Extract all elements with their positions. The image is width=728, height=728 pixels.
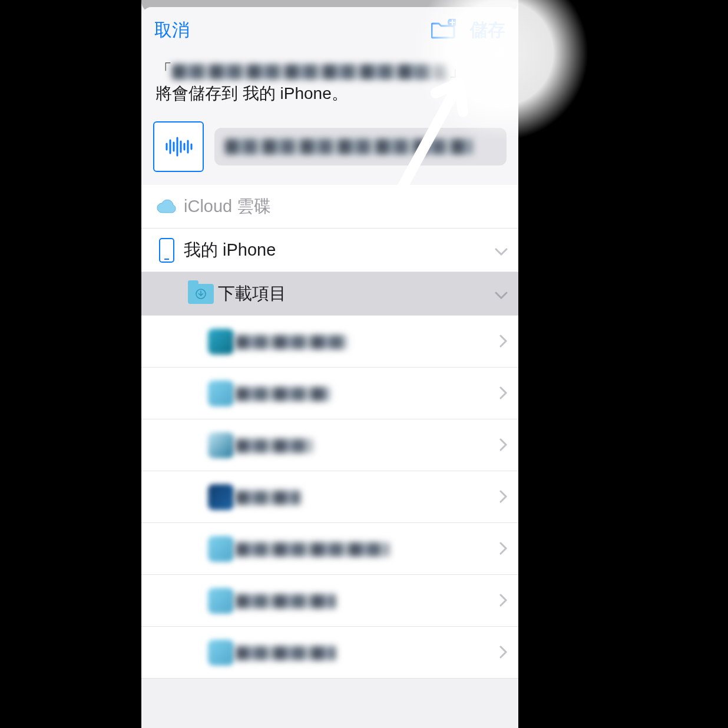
list-item-label bbox=[236, 643, 499, 661]
location-label: 我的 iPhone bbox=[184, 239, 495, 262]
chevron-right-icon bbox=[499, 383, 508, 403]
folder-icon bbox=[188, 284, 214, 304]
chevron-right-icon bbox=[499, 539, 508, 559]
location-on-my-iphone[interactable]: 我的 iPhone bbox=[141, 229, 518, 272]
cloud-icon bbox=[155, 198, 178, 215]
filename-input[interactable] bbox=[214, 128, 507, 166]
save-button[interactable]: 儲存 bbox=[470, 18, 505, 42]
app-icon bbox=[208, 536, 234, 562]
chevron-down-icon bbox=[495, 240, 508, 260]
new-folder-icon[interactable] bbox=[431, 19, 456, 41]
download-glyph bbox=[196, 289, 206, 299]
waveform-icon bbox=[164, 137, 193, 157]
file-thumbnail bbox=[153, 121, 204, 172]
list-item-label bbox=[236, 332, 499, 350]
cancel-button[interactable]: 取消 bbox=[154, 18, 190, 42]
list-item[interactable] bbox=[141, 523, 518, 575]
app-icon bbox=[208, 380, 234, 406]
list-item-label bbox=[236, 436, 499, 454]
list-item-label bbox=[236, 488, 499, 506]
device-frame: 取消 儲存 「」 將會儲存到 我的 iPhone。 bbox=[141, 0, 518, 728]
list-item[interactable] bbox=[141, 575, 518, 627]
chevron-right-icon bbox=[499, 332, 508, 352]
chevron-right-icon bbox=[499, 487, 508, 507]
redacted-filename-field bbox=[225, 139, 472, 154]
location-icloud[interactable]: iCloud 雲碟 bbox=[141, 185, 518, 229]
chevron-right-icon bbox=[499, 643, 508, 663]
folder-downloads[interactable]: 下載項目 bbox=[141, 272, 518, 316]
list-item[interactable] bbox=[141, 627, 518, 679]
file-row bbox=[141, 113, 518, 185]
list-item[interactable] bbox=[141, 368, 518, 419]
chevron-down-icon bbox=[495, 284, 508, 304]
redacted-filename bbox=[172, 64, 449, 80]
list-item[interactable] bbox=[141, 316, 518, 368]
nav-bar: 取消 儲存 bbox=[141, 7, 518, 53]
chevron-right-icon bbox=[499, 591, 508, 611]
list-item-label bbox=[236, 540, 499, 558]
list-item[interactable] bbox=[141, 419, 518, 471]
list-item-label bbox=[236, 591, 499, 610]
app-icon bbox=[208, 640, 234, 666]
app-icon bbox=[208, 329, 234, 355]
iphone-icon bbox=[159, 238, 174, 263]
list-item[interactable] bbox=[141, 471, 518, 523]
app-icon bbox=[208, 432, 234, 458]
save-sheet: 取消 儲存 「」 將會儲存到 我的 iPhone。 bbox=[141, 7, 518, 728]
app-icon bbox=[208, 484, 234, 510]
folder-label: 下載項目 bbox=[218, 282, 495, 306]
list-item-label bbox=[236, 384, 499, 402]
locations-list: iCloud 雲碟 我的 iPhone bbox=[141, 185, 518, 679]
chevron-right-icon bbox=[499, 435, 508, 455]
app-icon bbox=[208, 588, 234, 614]
location-label: iCloud 雲碟 bbox=[184, 195, 508, 219]
save-description: 「」 將會儲存到 我的 iPhone。 bbox=[141, 53, 518, 113]
